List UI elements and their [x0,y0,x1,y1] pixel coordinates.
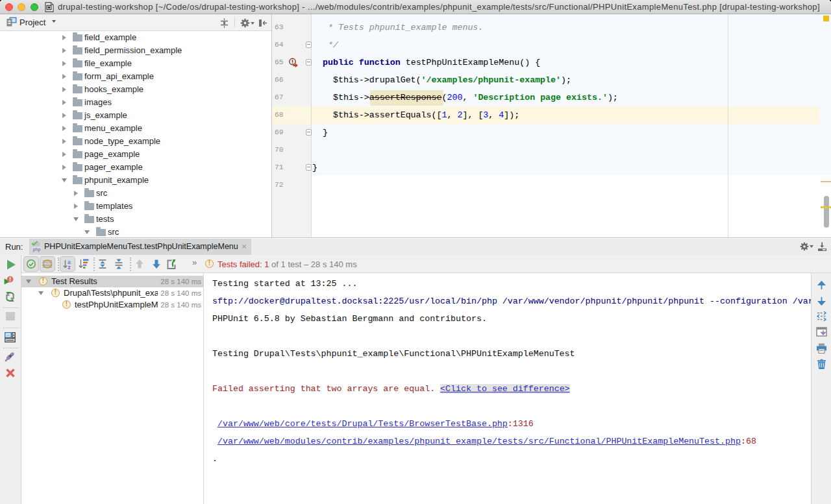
svg-text:php: php [33,247,41,252]
svg-text:z: z [68,264,71,270]
